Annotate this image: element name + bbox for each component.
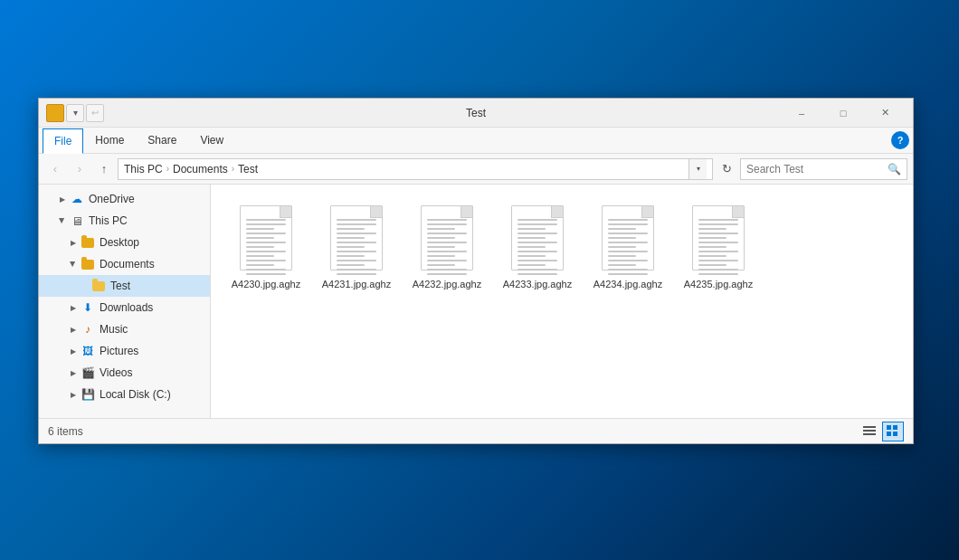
sidebar-item-localdisk[interactable]: ▶ 💾 Local Disk (C:): [39, 384, 210, 405]
file-name: A4234.jpg.aghz: [593, 278, 662, 290]
file-item[interactable]: A4230.jpg.aghz: [225, 195, 307, 294]
search-input[interactable]: [746, 163, 888, 176]
address-bar[interactable]: This PC › Documents › Test ▾: [118, 158, 713, 180]
file-line: [427, 273, 467, 275]
sidebar-item-documents[interactable]: ▶ Documents: [39, 253, 210, 275]
breadcrumb-test[interactable]: Test: [238, 163, 258, 176]
file-line: [608, 269, 648, 271]
file-line: [517, 260, 557, 261]
forward-button[interactable]: ›: [69, 158, 90, 180]
file-line: [517, 251, 557, 252]
file-line: [698, 260, 738, 261]
file-line: [608, 237, 636, 239]
explorer-window: ▾ ↩ Test – □ ✕ File Home Share View ? ‹ …: [38, 98, 914, 444]
breadcrumb: This PC › Documents › Test: [124, 163, 688, 176]
file-lines: [517, 219, 557, 275]
file-line: [246, 219, 286, 221]
file-line: [427, 223, 467, 225]
view-buttons: [859, 422, 904, 441]
sidebar-item-pictures[interactable]: ▶ 🖼 Pictures: [39, 340, 210, 362]
refresh-button[interactable]: ↻: [716, 158, 737, 180]
file-line: [517, 233, 557, 234]
sidebar-item-thispc[interactable]: ▶ 🖥 This PC: [39, 210, 210, 232]
sidebar-item-onedrive[interactable]: ▶ ☁ OneDrive: [39, 188, 210, 210]
nav-bar: ‹ › ↑ This PC › Documents › Test ▾ ↻ 🔍: [39, 154, 913, 185]
svg-rect-2: [863, 433, 876, 435]
quick-access-folder-btn[interactable]: [46, 104, 64, 122]
file-line: [427, 233, 467, 234]
file-line: [337, 260, 376, 261]
file-line: [608, 251, 648, 252]
quick-access-pin-btn[interactable]: ▾: [66, 104, 84, 122]
tab-file[interactable]: File: [43, 128, 83, 154]
sidebar-label-thispc: This PC: [89, 214, 128, 227]
sidebar-item-videos[interactable]: ▶ 🎬 Videos: [39, 362, 210, 384]
file-line: [698, 273, 738, 275]
main-area: ▶ ☁ OneDrive ▶ 🖥 This PC ▶ Des: [39, 185, 913, 418]
sidebar-item-test[interactable]: ▶ Test: [39, 275, 210, 297]
breadcrumb-documents[interactable]: Documents: [173, 163, 228, 176]
svg-rect-0: [863, 426, 876, 428]
file-name: A4233.jpg.aghz: [503, 278, 572, 290]
minimize-button[interactable]: –: [781, 99, 822, 128]
expand-arrow-music: ▶: [68, 324, 79, 335]
sidebar-item-desktop[interactable]: ▶ Desktop: [39, 232, 210, 253]
file-lines: [698, 219, 738, 275]
sidebar-item-downloads[interactable]: ▶ ⬇ Downloads: [39, 297, 210, 318]
localdisk-icon: 💾: [81, 387, 95, 402]
file-line: [427, 255, 455, 257]
help-button[interactable]: ?: [891, 131, 909, 149]
file-line: [337, 246, 365, 248]
tab-home[interactable]: Home: [83, 128, 136, 153]
file-line: [427, 242, 467, 243]
file-line: [246, 246, 274, 248]
file-line: [698, 255, 726, 257]
sidebar-label-test: Test: [110, 280, 130, 292]
file-item[interactable]: A4233.jpg.aghz: [497, 195, 578, 294]
file-line: [427, 260, 467, 261]
ribbon: File Home Share View ?: [39, 128, 913, 154]
window-controls: – □ ✕: [781, 99, 906, 128]
file-line: [427, 246, 455, 248]
file-line: [246, 242, 286, 243]
close-button[interactable]: ✕: [864, 99, 906, 128]
breadcrumb-this-pc[interactable]: This PC: [124, 163, 163, 176]
sidebar-item-music[interactable]: ▶ ♪ Music: [39, 318, 210, 340]
sidebar-label-videos: Videos: [100, 366, 132, 379]
sidebar-label-localdisk: Local Disk (C:): [100, 388, 171, 401]
file-lines: [337, 219, 376, 275]
file-line: [698, 223, 738, 225]
file-line: [698, 251, 738, 252]
svg-rect-6: [893, 432, 897, 436]
file-line: [337, 264, 365, 266]
test-folder-icon: [91, 279, 106, 293]
file-icon-wrapper: [325, 199, 388, 276]
expand-arrow-desktop: ▶: [68, 237, 79, 248]
up-button[interactable]: ↑: [93, 158, 115, 180]
file-item[interactable]: A4235.jpg.aghz: [678, 195, 759, 294]
quick-access-undo-btn[interactable]: ↩: [86, 104, 104, 122]
content-area: A4230.jpg.aghz: [211, 185, 913, 418]
file-line: [698, 242, 738, 243]
file-page-icon: [330, 205, 383, 271]
file-line: [337, 219, 376, 221]
file-icon-wrapper: [415, 199, 479, 276]
maximize-button[interactable]: □: [822, 99, 864, 128]
sidebar-label-desktop: Desktop: [100, 236, 139, 249]
large-icons-view-button[interactable]: [882, 422, 904, 441]
file-line: [517, 246, 546, 248]
address-dropdown-btn[interactable]: ▾: [688, 159, 707, 179]
file-item[interactable]: A4234.jpg.aghz: [587, 195, 669, 294]
file-line: [246, 273, 286, 275]
details-view-button[interactable]: [859, 422, 880, 441]
file-line: [608, 246, 636, 248]
tab-view[interactable]: View: [188, 128, 235, 153]
tab-share[interactable]: Share: [136, 128, 188, 153]
search-icon[interactable]: 🔍: [888, 163, 901, 176]
back-button[interactable]: ‹: [44, 158, 66, 180]
file-item[interactable]: A4231.jpg.aghz: [316, 195, 397, 294]
file-item[interactable]: A4232.jpg.aghz: [406, 195, 488, 294]
expand-arrow-onedrive: ▶: [57, 194, 68, 204]
file-line: [246, 255, 274, 257]
file-page-icon: [692, 205, 745, 271]
